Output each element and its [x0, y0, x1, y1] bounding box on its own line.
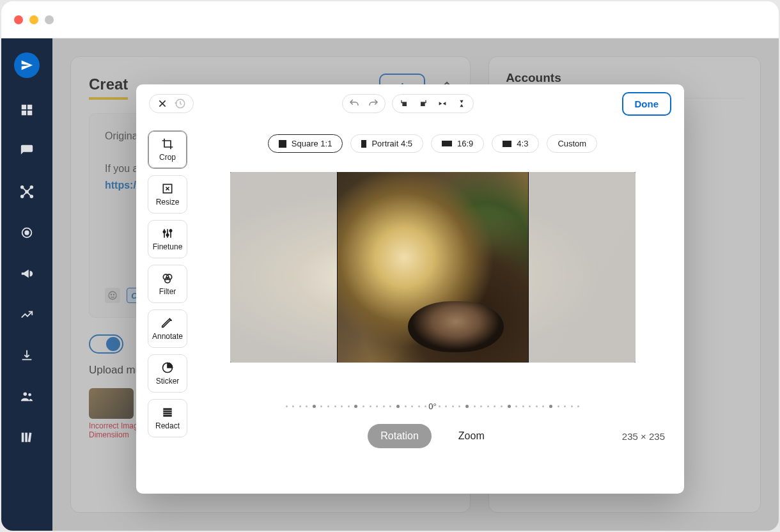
- close-icon[interactable]: [156, 97, 169, 110]
- svg-point-35: [169, 230, 171, 231]
- svg-line-11: [22, 192, 27, 196]
- sidebar-item-download[interactable]: [18, 347, 36, 364]
- redo-icon[interactable]: [367, 97, 380, 110]
- sidebar-item-team[interactable]: [18, 387, 36, 405]
- ratio-wide[interactable]: 16:9: [431, 134, 484, 153]
- history-icon[interactable]: [174, 97, 187, 110]
- sidebar-item-network[interactable]: [18, 183, 36, 201]
- sidebar-item-analytics[interactable]: [18, 306, 36, 324]
- tool-crop[interactable]: Crop: [148, 130, 187, 169]
- svg-rect-3: [27, 111, 32, 115]
- titlebar: [1, 1, 779, 38]
- svg-rect-17: [22, 433, 24, 442]
- mode-row: Rotation Zoom 235 × 235: [200, 424, 665, 448]
- close-window-button[interactable]: [14, 15, 23, 24]
- ratio-custom[interactable]: Custom: [547, 134, 597, 153]
- tool-sticker[interactable]: Sticker: [148, 354, 187, 393]
- rotation-ruler[interactable]: 0°: [286, 401, 580, 411]
- ratio-portrait[interactable]: Portrait 4:5: [350, 134, 423, 153]
- image-editor-modal: Done Crop Resize Finetune: [136, 84, 684, 494]
- app-window: Creat ule Original If you are https://b: [1, 1, 779, 531]
- tool-filter[interactable]: Filter: [148, 265, 187, 303]
- svg-point-15: [24, 393, 27, 396]
- svg-rect-18: [25, 433, 27, 442]
- ratio-square[interactable]: Square 1:1: [268, 134, 343, 153]
- maximize-window-button[interactable]: [45, 15, 54, 24]
- sidebar-item-comments[interactable]: [18, 142, 36, 160]
- sidebar-item-compose[interactable]: [14, 52, 40, 78]
- left-sidebar: [1, 38, 52, 531]
- tool-annotate[interactable]: Annotate: [148, 309, 187, 348]
- svg-rect-0: [22, 105, 26, 109]
- svg-rect-19: [28, 432, 32, 442]
- flip-vertical-icon[interactable]: [455, 97, 468, 110]
- mode-zoom[interactable]: Zoom: [446, 424, 497, 448]
- rotation-degree: 0°: [428, 402, 436, 411]
- sidebar-item-library[interactable]: [18, 428, 36, 446]
- rotate-left-icon[interactable]: [398, 97, 410, 110]
- svg-rect-2: [22, 111, 26, 115]
- rotate-right-icon[interactable]: [417, 97, 430, 110]
- editor-toolbar: Done: [136, 84, 684, 123]
- sidebar-item-megaphone[interactable]: [18, 265, 36, 283]
- image-stage[interactable]: [230, 172, 636, 363]
- svg-rect-1: [27, 105, 32, 109]
- sidebar-item-dashboard[interactable]: [18, 101, 36, 119]
- svg-point-33: [163, 231, 165, 233]
- minimize-window-button[interactable]: [29, 15, 38, 24]
- svg-point-38: [165, 278, 170, 283]
- window-controls: [14, 15, 54, 24]
- tool-redact[interactable]: Redact: [148, 399, 187, 437]
- tool-finetune[interactable]: Finetune: [148, 220, 187, 258]
- ratio-standard[interactable]: 4:3: [492, 134, 539, 153]
- sidebar-item-target[interactable]: [18, 224, 36, 242]
- done-button[interactable]: Done: [622, 92, 672, 116]
- flip-horizontal-icon[interactable]: [436, 97, 449, 110]
- transform-group: [392, 94, 474, 113]
- tool-resize[interactable]: Resize: [148, 175, 187, 214]
- close-history-group: [149, 94, 194, 113]
- canvas-area: Square 1:1 Portrait 4:5 16:9 4:3 Custom: [194, 123, 684, 494]
- aspect-ratio-row: Square 1:1 Portrait 4:5 16:9 4:3 Custom: [268, 134, 597, 153]
- crop-dimensions: 235 × 235: [622, 431, 665, 442]
- crop-box[interactable]: [338, 172, 528, 363]
- mode-rotation[interactable]: Rotation: [368, 424, 432, 448]
- svg-line-10: [27, 187, 31, 192]
- undo-redo-group: [342, 94, 386, 113]
- svg-point-14: [25, 231, 29, 235]
- svg-line-9: [22, 187, 27, 192]
- svg-line-12: [27, 192, 31, 196]
- undo-icon[interactable]: [348, 97, 361, 110]
- svg-point-16: [28, 393, 31, 396]
- tool-column: Crop Resize Finetune Filter: [136, 123, 194, 494]
- app-body: Creat ule Original If you are https://b: [1, 38, 779, 531]
- svg-point-34: [166, 234, 168, 236]
